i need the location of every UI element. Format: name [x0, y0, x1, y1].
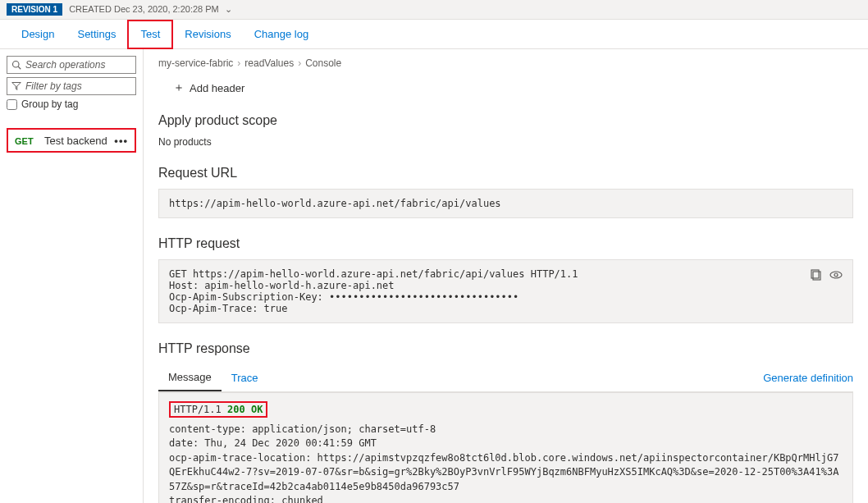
section-http-request: HTTP request [158, 236, 853, 251]
search-icon [11, 60, 21, 70]
tab-revisions[interactable]: Revisions [173, 20, 242, 49]
search-input[interactable]: Search operations [7, 56, 136, 74]
eye-icon[interactable] [829, 268, 843, 281]
revision-badge: REVISION 1 [7, 3, 62, 16]
tab-bar: Design Settings Test Revisions Change lo… [0, 20, 868, 49]
response-tab-message[interactable]: Message [158, 364, 222, 391]
revision-bar: REVISION 1 CREATED Dec 23, 2020, 2:20:28… [0, 0, 868, 20]
section-http-response: HTTP response [158, 341, 853, 356]
response-headers: content-type: application/json; charset=… [169, 423, 843, 503]
group-by-tag-checkbox[interactable]: Group by tag [7, 98, 136, 110]
response-tabs: Message Trace Generate definition [158, 364, 853, 392]
request-url-box: https://apim-hello-world.azure-api.net/f… [158, 189, 853, 218]
main-panel: my-service-fabric›readValues›Console ＋ A… [144, 49, 868, 503]
svg-point-5 [834, 273, 838, 277]
svg-point-0 [13, 62, 20, 68]
sidebar: Search operations Filter by tags Group b… [0, 49, 144, 503]
breadcrumb: my-service-fabric›readValues›Console [158, 57, 853, 69]
http-method-badge: GET [15, 136, 34, 146]
chevron-down-icon: ⌄ [225, 4, 232, 14]
filter-icon [11, 81, 21, 91]
more-options-icon[interactable]: ••• [114, 135, 128, 147]
no-products-text: No products [158, 136, 853, 148]
svg-point-4 [830, 272, 842, 278]
revision-created[interactable]: CREATED Dec 23, 2020, 2:20:28 PM ⌄ [69, 4, 232, 15]
section-apply-product-scope: Apply product scope [158, 113, 853, 128]
generate-definition-link[interactable]: Generate definition [763, 365, 853, 391]
operation-item[interactable]: GET Test backend ••• [7, 128, 136, 153]
plus-icon: ＋ [173, 80, 185, 95]
copy-icon[interactable] [810, 268, 823, 281]
http-response-box: HTTP/1.1 200 OK content-type: applicatio… [158, 392, 853, 503]
operation-name: Test backend [44, 135, 107, 147]
tab-settings[interactable]: Settings [66, 20, 127, 49]
filter-input[interactable]: Filter by tags [7, 77, 136, 95]
response-tab-trace[interactable]: Trace [222, 365, 268, 391]
tab-changelog[interactable]: Change log [243, 20, 321, 49]
http-status-line: HTTP/1.1 200 OK [169, 401, 267, 418]
tab-test[interactable]: Test [127, 20, 173, 49]
section-request-url: Request URL [158, 166, 853, 181]
tab-design[interactable]: Design [10, 20, 66, 49]
http-request-box: GET https://apim-hello-world.azure-api.n… [158, 259, 853, 323]
svg-line-1 [18, 66, 21, 69]
add-header-button[interactable]: ＋ Add header [173, 80, 853, 95]
